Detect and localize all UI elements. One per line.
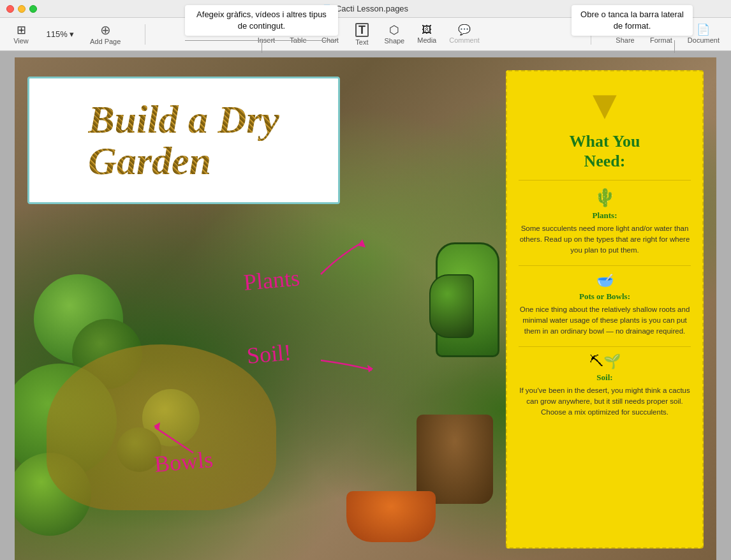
add-page-button[interactable]: ⊕ Add Page	[84, 21, 127, 48]
share-icon: ⬆	[621, 24, 630, 35]
close-button[interactable]	[6, 5, 14, 13]
panel-title: What You Need:	[519, 131, 691, 171]
add-page-icon: ⊕	[100, 24, 111, 36]
document-button[interactable]: 📄 Document	[681, 22, 726, 47]
panel-item-bowls: 🥣 Pots or Bowls: One nice thing about th…	[519, 272, 691, 336]
soil-item-body: If you've been in the desert, you might …	[519, 385, 691, 417]
panel-divider-1	[519, 265, 691, 266]
format-button[interactable]: ✏️ Format	[644, 22, 679, 47]
maximize-button[interactable]	[29, 5, 37, 13]
share-button[interactable]: ⬆ Share	[609, 22, 641, 47]
down-arrow-icon: ▼	[584, 84, 624, 125]
bowls-item-title: Pots or Bowls:	[519, 291, 691, 302]
table-icon: ⊞	[293, 24, 302, 35]
soil-item-title: Soil:	[519, 372, 691, 383]
media-icon: 🖼	[422, 25, 432, 35]
yellow-panel: ▼ What You Need: 🌵 Plants: Some succulen…	[506, 70, 704, 549]
media-button[interactable]: 🖼 Media	[411, 22, 443, 47]
document-icon: 📄	[697, 24, 710, 35]
document-icon: 📄	[323, 4, 332, 13]
toolbar-right: ⬆ Share ✏️ Format 📄 Document	[596, 22, 726, 47]
panel-arrow: ▼	[519, 84, 691, 125]
toolbar-left: ⊞ View 115% ▾ ⊕ Add Page	[5, 21, 140, 48]
wicker-surface	[47, 344, 276, 510]
bowls-icon: 🥣	[519, 272, 691, 289]
document-page: Build a Dry Garden Plants Soil! Bowls	[15, 57, 716, 560]
chart-icon: ◫	[325, 25, 335, 35]
insert-icon: ≡+	[260, 25, 272, 35]
panel-divider-top	[519, 180, 691, 181]
plants-item-body: Some succulents need more light and/or w…	[519, 223, 691, 255]
toolbar-separator-left	[145, 24, 145, 45]
soil-icon: ⛏🌱	[519, 353, 691, 370]
panel-divider-2	[519, 346, 691, 347]
toolbar-center: ≡+ Insert ⊞ Table ◫ Chart T Text ⬡ Shape…	[151, 20, 586, 48]
tooltip1-line	[262, 41, 262, 53]
plants-item-title: Plants:	[519, 210, 691, 221]
text-icon: T	[355, 23, 369, 37]
shape-icon: ⬡	[389, 24, 399, 36]
comment-icon: 💬	[458, 25, 471, 35]
chart-button[interactable]: ◫ Chart	[314, 22, 346, 47]
plants-icon: 🌵	[519, 187, 691, 208]
minimize-button[interactable]	[18, 5, 26, 13]
insert-button[interactable]: ≡+ Insert	[250, 22, 282, 47]
toolbar-separator-right	[591, 24, 591, 45]
view-button[interactable]: ⊞ View	[5, 22, 37, 47]
orange-bowl	[346, 491, 436, 542]
panel-item-soil: ⛏🌱 Soil: If you've been in the desert, y…	[519, 353, 691, 417]
view-icon: ⊞	[17, 24, 26, 36]
shape-button[interactable]: ⬡ Shape	[378, 22, 411, 47]
text-button[interactable]: T Text	[346, 20, 378, 48]
format-icon: ✏️	[654, 24, 668, 35]
title-card[interactable]: Build a Dry Garden	[27, 77, 340, 204]
tooltip2-line	[674, 40, 675, 53]
panel-item-plants: 🌵 Plants: Some succulents need more ligh…	[519, 187, 691, 255]
soil-pot	[417, 415, 493, 504]
comment-button[interactable]: 💬 Comment	[443, 22, 486, 47]
window-title: 📄 Cacti Lesson.pages	[323, 4, 408, 13]
canvas-area[interactable]: Build a Dry Garden Plants Soil! Bowls	[0, 51, 731, 560]
cactus-decoration-2	[429, 274, 474, 338]
toolbar: ⊞ View 115% ▾ ⊕ Add Page ≡+ Insert ⊞ Tab…	[0, 18, 731, 51]
traffic-lights	[6, 5, 37, 13]
tooltip1-horizontal-line	[185, 40, 338, 41]
zoom-button[interactable]: 115% ▾	[40, 27, 81, 41]
table-button[interactable]: ⊞ Table	[282, 22, 314, 47]
title-text: Build a Dry Garden	[88, 99, 279, 182]
bowls-item-body: One nice thing about the relatively shal…	[519, 304, 691, 336]
titlebar: 📄 Cacti Lesson.pages	[0, 0, 731, 18]
